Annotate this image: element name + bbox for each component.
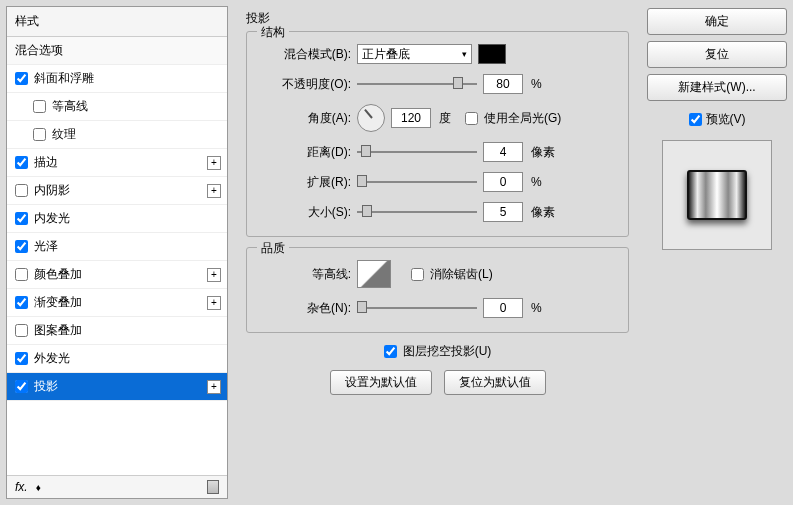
preview-box	[662, 140, 772, 250]
settings-panel: 投影 结构 混合模式(B): 正片叠底 ▾ 不透明度(O): 80 % 角度(A…	[236, 6, 639, 499]
reset-default-button[interactable]: 复位为默认值	[444, 370, 546, 395]
style-item[interactable]: 内发光	[7, 205, 227, 233]
global-light-checkbox[interactable]	[465, 112, 478, 125]
style-item[interactable]: 外发光	[7, 345, 227, 373]
styles-header: 样式	[7, 7, 227, 37]
antialias-checkbox[interactable]	[411, 268, 424, 281]
add-effect-icon[interactable]: +	[207, 296, 221, 310]
arrows-icon[interactable]: ♦	[36, 482, 39, 493]
style-checkbox[interactable]	[15, 268, 28, 281]
distance-input[interactable]: 4	[483, 142, 523, 162]
style-item-label: 投影	[34, 378, 58, 395]
knockout-checkbox[interactable]	[384, 345, 397, 358]
chevron-down-icon: ▾	[462, 49, 467, 59]
style-checkbox[interactable]	[15, 184, 28, 197]
style-checkbox[interactable]	[33, 128, 46, 141]
styles-footer: fx. ♦	[7, 475, 227, 498]
blend-mode-label: 混合模式(B):	[261, 46, 351, 63]
style-checkbox[interactable]	[15, 240, 28, 253]
knockout-label: 图层挖空投影(U)	[403, 343, 492, 360]
style-checkbox[interactable]	[15, 212, 28, 225]
blend-mode-select[interactable]: 正片叠底 ▾	[357, 44, 472, 64]
distance-unit: 像素	[531, 144, 555, 161]
opacity-label: 不透明度(O):	[261, 76, 351, 93]
style-item[interactable]: 纹理	[7, 121, 227, 149]
blending-options-item[interactable]: 混合选项	[7, 37, 227, 65]
preview-thumbnail	[687, 170, 747, 220]
distance-label: 距离(D):	[261, 144, 351, 161]
style-item-label: 颜色叠加	[34, 266, 82, 283]
ok-button[interactable]: 确定	[647, 8, 787, 35]
style-item-label: 内发光	[34, 210, 70, 227]
add-effect-icon[interactable]: +	[207, 184, 221, 198]
angle-unit: 度	[439, 110, 451, 127]
style-item-label: 渐变叠加	[34, 294, 82, 311]
style-item[interactable]: 颜色叠加+	[7, 261, 227, 289]
spread-label: 扩展(R):	[261, 174, 351, 191]
opacity-input[interactable]: 80	[483, 74, 523, 94]
preview-label: 预览(V)	[706, 111, 746, 128]
size-unit: 像素	[531, 204, 555, 221]
noise-input[interactable]: 0	[483, 298, 523, 318]
angle-label: 角度(A):	[261, 110, 351, 127]
spread-unit: %	[531, 175, 542, 189]
style-checkbox[interactable]	[15, 324, 28, 337]
structure-title: 结构	[257, 24, 289, 41]
noise-unit: %	[531, 301, 542, 315]
style-item[interactable]: 内阴影+	[7, 177, 227, 205]
global-light-label: 使用全局光(G)	[484, 110, 561, 127]
style-checkbox[interactable]	[15, 352, 28, 365]
blending-options-label: 混合选项	[15, 42, 63, 59]
panel-title: 投影	[246, 10, 629, 27]
quality-group: 品质 等高线: 消除锯齿(L) 杂色(N): 0 %	[246, 247, 629, 333]
spread-input[interactable]: 0	[483, 172, 523, 192]
blend-mode-value: 正片叠底	[362, 46, 410, 63]
size-label: 大小(S):	[261, 204, 351, 221]
style-checkbox[interactable]	[33, 100, 46, 113]
opacity-slider[interactable]	[357, 77, 477, 91]
contour-picker[interactable]	[357, 260, 391, 288]
style-item[interactable]: 渐变叠加+	[7, 289, 227, 317]
angle-input[interactable]: 120	[391, 108, 431, 128]
reset-button[interactable]: 复位	[647, 41, 787, 68]
distance-slider[interactable]	[357, 145, 477, 159]
style-checkbox[interactable]	[15, 156, 28, 169]
new-style-button[interactable]: 新建样式(W)...	[647, 74, 787, 101]
style-item[interactable]: 等高线	[7, 93, 227, 121]
preview-checkbox[interactable]	[689, 113, 702, 126]
style-checkbox[interactable]	[15, 72, 28, 85]
add-effect-icon[interactable]: +	[207, 156, 221, 170]
style-item-label: 纹理	[52, 126, 76, 143]
trash-icon[interactable]	[207, 480, 219, 494]
style-item-label: 等高线	[52, 98, 88, 115]
style-item[interactable]: 斜面和浮雕	[7, 65, 227, 93]
add-effect-icon[interactable]: +	[207, 380, 221, 394]
style-item-label: 描边	[34, 154, 58, 171]
size-input[interactable]: 5	[483, 202, 523, 222]
style-item-label: 斜面和浮雕	[34, 70, 94, 87]
angle-dial[interactable]	[357, 104, 385, 132]
style-item[interactable]: 描边+	[7, 149, 227, 177]
style-item-label: 图案叠加	[34, 322, 82, 339]
style-checkbox[interactable]	[15, 380, 28, 393]
noise-slider[interactable]	[357, 301, 477, 315]
styles-list-panel: 样式 混合选项 斜面和浮雕等高线纹理描边+内阴影+内发光光泽颜色叠加+渐变叠加+…	[6, 6, 228, 499]
spread-slider[interactable]	[357, 175, 477, 189]
opacity-unit: %	[531, 77, 542, 91]
shadow-color-swatch[interactable]	[478, 44, 506, 64]
set-default-button[interactable]: 设置为默认值	[330, 370, 432, 395]
style-checkbox[interactable]	[15, 296, 28, 309]
contour-label: 等高线:	[261, 266, 351, 283]
style-item[interactable]: 投影+	[7, 373, 227, 401]
style-item[interactable]: 图案叠加	[7, 317, 227, 345]
style-item[interactable]: 光泽	[7, 233, 227, 261]
right-panel: 确定 复位 新建样式(W)... 预览(V)	[647, 6, 787, 499]
structure-group: 结构 混合模式(B): 正片叠底 ▾ 不透明度(O): 80 % 角度(A): …	[246, 31, 629, 237]
style-item-label: 内阴影	[34, 182, 70, 199]
antialias-label: 消除锯齿(L)	[430, 266, 493, 283]
quality-title: 品质	[257, 240, 289, 257]
style-item-label: 外发光	[34, 350, 70, 367]
size-slider[interactable]	[357, 205, 477, 219]
add-effect-icon[interactable]: +	[207, 268, 221, 282]
fx-icon[interactable]: fx.	[15, 480, 28, 494]
